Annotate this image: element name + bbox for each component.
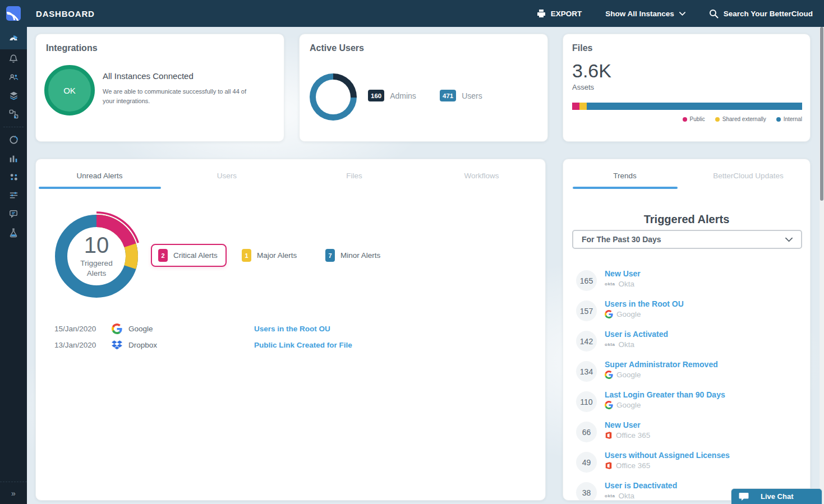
nav-integrations[interactable] (0, 86, 27, 105)
export-button[interactable]: EXPORT (537, 9, 582, 18)
nav-support-chat[interactable] (0, 205, 27, 223)
nav-workflows[interactable] (0, 105, 27, 123)
major-alerts-chip[interactable]: 1 Major Alerts (242, 249, 297, 262)
google-icon (605, 310, 613, 318)
chat-bubble-icon (731, 492, 756, 501)
google-icon (605, 371, 613, 379)
trend-title-link[interactable]: Users without Assigned Licenses (605, 451, 730, 460)
global-search[interactable]: Search Your BetterCloud (709, 9, 813, 19)
nav-directory[interactable] (0, 68, 27, 86)
nav-filters[interactable] (0, 186, 27, 205)
tab-users[interactable]: Users (163, 159, 291, 192)
integrations-description: We are able to communicate successfully … (103, 87, 260, 106)
critical-alerts-chip[interactable]: 2 Critical Alerts (151, 244, 227, 267)
trend-title-link[interactable]: User is Activated (605, 330, 668, 339)
workflow-icon (8, 109, 19, 119)
integrations-headline: All Instances Connected (103, 71, 194, 81)
tab-files-label: Files (346, 172, 362, 180)
trend-count-badge: 134 (576, 361, 597, 382)
files-legend: Public Shared externally Internal (683, 116, 802, 122)
bar-segment-public (572, 103, 579, 110)
minor-count-badge: 7 (325, 249, 335, 262)
nav-dashboard[interactable] (0, 27, 27, 49)
live-chat-label: Live Chat (761, 492, 794, 501)
trend-count-badge: 49 (576, 452, 597, 473)
legend-shared-externally-label: Shared externally (722, 116, 766, 122)
nav-apps[interactable] (0, 168, 27, 186)
users-icon (8, 72, 19, 82)
live-chat-button[interactable]: Live Chat (731, 488, 822, 504)
trend-title-link[interactable]: Super Administrator Removed (605, 360, 718, 369)
public-dot-icon (683, 117, 687, 122)
trend-count-badge: 66 (576, 422, 597, 442)
okta-icon: okta (605, 493, 615, 498)
tab-bettercloud-updates[interactable]: BetterCloud Updates (687, 159, 810, 192)
trends-heading: Triggered Alerts (563, 213, 810, 226)
nav-divider (3, 127, 24, 127)
google-icon (112, 323, 122, 334)
tab-unread-alerts[interactable]: Unread Alerts (36, 159, 163, 192)
files-card-title: Files (572, 43, 801, 53)
trend-provider-label: Google (616, 310, 641, 318)
triggered-alerts-donut-chart[interactable]: 10 Triggered Alerts (50, 210, 143, 303)
alert-date: 13/Jan/2020 (54, 341, 96, 349)
tab-files[interactable]: Files (291, 159, 418, 192)
alert-row-dropbox[interactable]: 13/Jan/2020 Dropbox Public Link Created … (36, 337, 545, 353)
active-users-donut-chart (310, 73, 357, 121)
alert-provider: Google (128, 325, 153, 333)
bell-icon (8, 54, 19, 64)
major-alerts-label: Major Alerts (257, 251, 297, 260)
scrollbar-thumb[interactable] (820, 27, 823, 201)
trend-item: 66New UserOffice 365 (576, 420, 798, 443)
office365-icon (605, 461, 613, 470)
alert-link[interactable]: Public Link Created for File (254, 341, 352, 349)
tab-users-label: Users (217, 172, 237, 180)
nav-sync[interactable] (0, 131, 27, 149)
tab-trends[interactable]: Trends (563, 159, 687, 192)
trend-provider-label: Office 365 (616, 431, 650, 440)
bar-segment-shared-externally (579, 103, 587, 110)
trend-title-link[interactable]: User is Deactivated (605, 481, 677, 490)
trend-title-link[interactable]: New User (605, 420, 650, 429)
trend-title-link[interactable]: New User (605, 269, 641, 278)
files-card: Files 3.6K Assets Public Shared external… (563, 34, 811, 142)
nav-expand-button[interactable]: » (0, 482, 27, 504)
tab-bettercloud-updates-label: BetterCloud Updates (713, 172, 783, 180)
legend-internal: Internal (776, 116, 802, 122)
legend-public-label: Public (690, 116, 705, 122)
bettercloud-logo[interactable] (0, 0, 27, 27)
alert-provider: Dropbox (128, 341, 157, 349)
integrations-status-text: OK (63, 86, 76, 95)
donut-label-line2: Alerts (80, 269, 112, 279)
internal-dot-icon (776, 117, 781, 122)
minor-alerts-label: Minor Alerts (340, 251, 380, 260)
alert-link[interactable]: Users in the Root OU (254, 325, 330, 333)
tab-workflows[interactable]: Workflows (418, 159, 545, 192)
instances-dropdown[interactable]: Show All Instances (605, 10, 685, 18)
files-stacked-bar (572, 103, 802, 110)
alert-row-google[interactable]: 15/Jan/2020 Google Users in the Root OU (36, 321, 545, 337)
legend-shared-externally: Shared externally (715, 116, 766, 122)
nav-reports[interactable] (0, 149, 27, 168)
nav-alerts[interactable] (0, 49, 27, 68)
chevron-down-icon (785, 236, 793, 243)
active-users-card-title: Active Users (310, 43, 537, 53)
tab-trends-label: Trends (613, 172, 637, 180)
trend-count-badge: 110 (576, 391, 597, 412)
bar-chart-icon (8, 154, 19, 164)
trend-title-link[interactable]: Last Login Greater than 90 Days (605, 390, 725, 399)
trend-title-link[interactable]: Users in the Root OU (605, 299, 684, 308)
trend-item: 157Users in the Root OUGoogle (576, 299, 798, 322)
files-count: 3.6K (572, 60, 801, 82)
trend-provider-label: Okta (618, 280, 634, 288)
critical-count-badge: 2 (158, 249, 168, 262)
users-count-badge: 471 (440, 90, 456, 101)
donut-center-label: 10 Triggered Alerts (50, 210, 143, 303)
trend-item: 49Users without Assigned LicensesOffice … (576, 451, 798, 473)
nav-labs[interactable] (0, 223, 27, 242)
minor-alerts-chip[interactable]: 7 Minor Alerts (325, 249, 380, 262)
date-range-select[interactable]: For The Past 30 Days (572, 230, 802, 249)
printer-icon (537, 9, 546, 18)
page-scrollbar[interactable] (820, 27, 824, 504)
major-count-badge: 1 (242, 249, 251, 262)
